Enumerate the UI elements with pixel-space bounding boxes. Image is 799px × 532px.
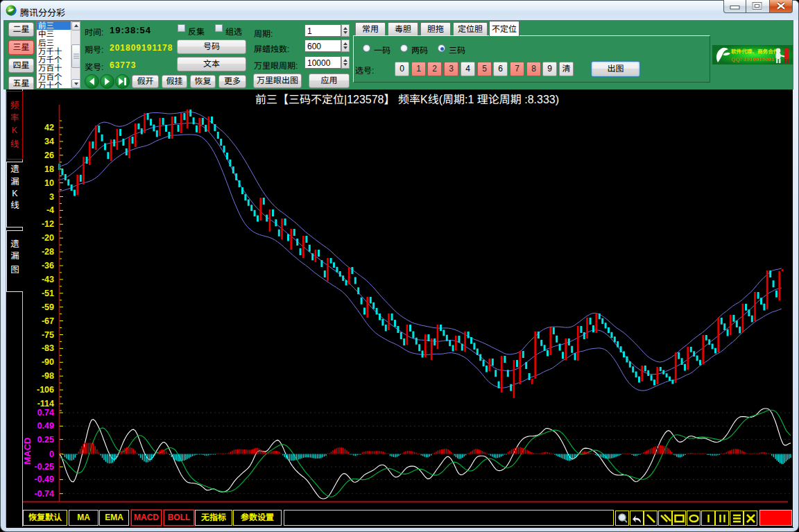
svg-text:-90: -90 [42,357,54,367]
svg-text:-36: -36 [42,261,54,271]
svg-text:42: 42 [44,123,54,132]
svg-text:-67: -67 [42,316,54,326]
svg-text:-4: -4 [46,205,54,215]
svg-text:-114: -114 [37,399,54,409]
svg-text:18: 18 [44,164,54,174]
svg-text:-0.49: -0.49 [35,474,55,484]
svg-text:-12: -12 [42,219,54,229]
svg-text:软件代理、商务合作: 软件代理、商务合作 [731,49,779,55]
svg-text:-0.25: -0.25 [35,462,55,472]
svg-text:-75: -75 [42,330,54,340]
svg-text:26: 26 [44,151,54,160]
svg-text:-51: -51 [42,289,54,298]
svg-text:-59: -59 [42,302,54,312]
svg-text:0.49: 0.49 [37,421,54,431]
svg-text:前三【三码不定位|123578】 频率K线(周期:1 理论周: 前三【三码不定位|123578】 频率K线(周期:1 理论周期 :8.333) [255,94,559,105]
svg-text:-43: -43 [42,275,54,284]
svg-text:3: 3 [49,192,54,202]
svg-text:-20: -20 [42,233,54,243]
svg-text:-28: -28 [42,247,54,257]
svg-text:0: 0 [49,449,54,459]
svg-text:-98: -98 [42,371,54,381]
svg-text:-106: -106 [37,385,54,395]
svg-text:34: 34 [44,137,54,146]
svg-text:QQ: 1910515001: QQ: 1910515001 [731,56,774,62]
svg-text:10: 10 [44,178,54,188]
svg-text:0.25: 0.25 [37,435,54,445]
svg-text:0.74: 0.74 [37,408,54,418]
svg-text:-0.74: -0.74 [35,489,55,499]
svg-text:-83: -83 [42,343,54,353]
svg-text:MACD: MACD [22,438,33,465]
